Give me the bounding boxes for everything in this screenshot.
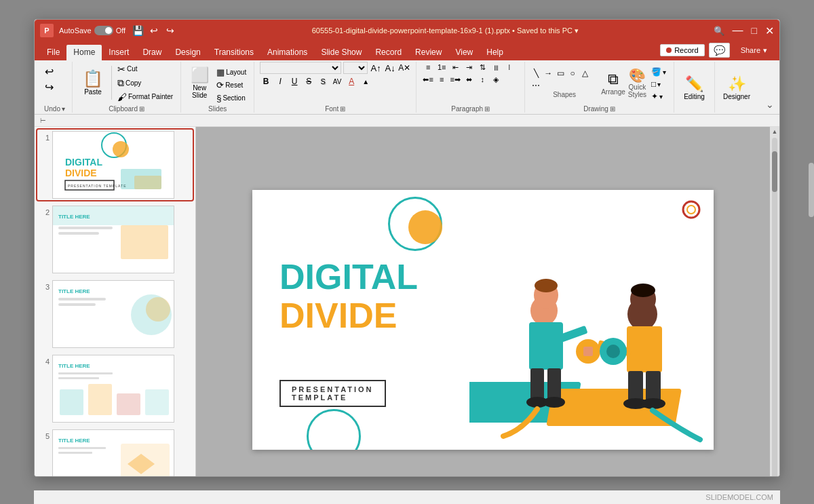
shape-triangle[interactable]: △	[579, 68, 590, 79]
tab-review[interactable]: Review	[408, 45, 448, 60]
slide-thumb-1[interactable]: 1 DIGITAL DIVIDE PRESENTATION TEMPLATE	[37, 130, 193, 200]
line-spacing-button[interactable]: ↕	[476, 74, 488, 85]
format-painter-button[interactable]: 🖌 Format Painter	[115, 91, 175, 103]
highlight-button[interactable]: ▲	[360, 75, 372, 88]
quick-styles-icon[interactable]: 🎨	[629, 67, 646, 83]
reset-button[interactable]: ⟳Reset	[214, 79, 248, 91]
increase-font-button[interactable]: A↑	[370, 62, 382, 74]
text-direction-button[interactable]: ⇅	[476, 62, 488, 73]
save-button[interactable]: 💾	[131, 24, 144, 37]
paste-button[interactable]: 📋 Paste	[78, 69, 108, 96]
bullets-button[interactable]: ≡	[422, 62, 434, 73]
svg-rect-17	[58, 298, 106, 301]
tab-draw[interactable]: Draw	[136, 45, 168, 60]
scroll-thumb[interactable]	[772, 151, 777, 192]
shape-effects-button[interactable]: ✦▾	[649, 91, 668, 102]
shape-outline-button[interactable]: □▾	[649, 79, 668, 90]
redo-button-ribbon[interactable]: ↪	[43, 80, 56, 94]
scroll-up-arrow[interactable]: ▲	[770, 127, 779, 136]
columns-button[interactable]: ⫼	[490, 62, 502, 73]
section-button[interactable]: §Section	[214, 92, 248, 104]
autosave-toggle[interactable]	[94, 26, 113, 35]
arrange-icon[interactable]: ⧉	[608, 71, 619, 88]
shape-circle[interactable]: ○	[567, 68, 578, 79]
align-left-button[interactable]: ⬅≡	[422, 74, 434, 85]
font-expand[interactable]: ⊞	[340, 105, 345, 113]
designer-button[interactable]: ✨ Designer	[720, 73, 753, 103]
main-slide-canvas[interactable]: DIGITAL DIVIDE PRESENTATION TEMPLATE	[252, 190, 714, 450]
minimize-button[interactable]: —	[733, 25, 743, 36]
decrease-font-button[interactable]: A↓	[384, 62, 396, 74]
slide-thumb-3[interactable]: 3 TITLE HERE	[37, 279, 193, 349]
italic-button[interactable]: I	[274, 75, 286, 88]
ribbon-group-drawing: ╲ → ▭ ○ △ ⋯ Shapes ⧉ Arrange	[525, 62, 674, 113]
close-button[interactable]: ✕	[765, 24, 774, 37]
shadow-button[interactable]: S	[317, 75, 329, 88]
convert-smartart-button[interactable]: ◈	[490, 74, 502, 85]
decrease-indent-button[interactable]: ⇤	[449, 62, 461, 73]
share-button[interactable]: Share ▾	[734, 44, 774, 57]
record-button[interactable]: Record	[660, 44, 704, 56]
cut-button[interactable]: ✂ Cut	[115, 63, 175, 75]
align-right-button[interactable]: ≡➡	[449, 74, 461, 85]
drawing-expand[interactable]: ⊞	[610, 105, 615, 113]
undo-expand[interactable]: ▾	[62, 105, 65, 113]
tab-record[interactable]: Record	[368, 45, 408, 60]
clear-format-button[interactable]: A✕	[398, 62, 410, 74]
search-icon[interactable]: 🔍	[714, 26, 724, 36]
scroll-track[interactable]	[772, 138, 777, 477]
clipboard-expand[interactable]: ⊞	[139, 105, 144, 113]
justify-button[interactable]: ⬌	[463, 74, 475, 85]
shape-arrow[interactable]: →	[543, 68, 554, 79]
tab-view[interactable]: View	[448, 45, 480, 60]
shape-line[interactable]: ╲	[530, 68, 541, 79]
canvas-area[interactable]: DIGITAL DIVIDE PRESENTATION TEMPLATE	[196, 127, 770, 477]
layout-button[interactable]: ▦Layout	[214, 66, 248, 78]
numbering-button[interactable]: 1≡	[435, 62, 448, 73]
copy-label: Copy	[125, 79, 141, 87]
new-slide-icon: ⬜	[191, 66, 209, 84]
tab-design[interactable]: Design	[168, 45, 207, 60]
shape-rect[interactable]: ▭	[555, 68, 566, 79]
undo-button-ribbon[interactable]: ↩	[43, 64, 56, 79]
slide-thumb-2[interactable]: 2 TITLE HERE	[37, 204, 193, 275]
tab-slideshow[interactable]: Slide Show	[314, 45, 368, 60]
tab-animations[interactable]: Animations	[260, 45, 314, 60]
slide-thumb-5[interactable]: 5 TITLE HERE	[37, 428, 193, 477]
increase-indent-button[interactable]: ⇥	[463, 62, 475, 73]
shape-fill-button[interactable]: 🪣▾	[649, 66, 668, 77]
dropdown-arrow[interactable]: ▾	[575, 26, 579, 35]
strikethrough-button[interactable]: S	[303, 75, 315, 88]
shape-more[interactable]: ⋯	[530, 80, 541, 91]
font-family-select[interactable]	[260, 62, 341, 74]
collapse-icon[interactable]: ⌄	[766, 99, 774, 110]
tab-home[interactable]: Home	[66, 45, 102, 60]
tab-file[interactable]: File	[40, 45, 66, 60]
slide-title-divide: DIVIDE	[279, 296, 418, 335]
comment-button[interactable]: 💬	[709, 43, 730, 58]
font-size-select[interactable]	[343, 62, 368, 74]
slide-thumb-4[interactable]: 4 TITLE HERE	[37, 353, 193, 424]
font-color-button[interactable]: A	[345, 75, 357, 88]
shapes-grid: ╲ → ▭ ○ △ ⋯	[530, 68, 598, 91]
bold-button[interactable]: B	[260, 75, 272, 88]
editing-button[interactable]: ✏️ Editing	[681, 73, 708, 103]
tab-help[interactable]: Help	[480, 45, 510, 60]
undo-button[interactable]: ↩	[147, 24, 161, 37]
tab-insert[interactable]: Insert	[102, 45, 136, 60]
smart-art-button[interactable]: ⁞	[503, 62, 516, 73]
paragraph-expand[interactable]: ⊞	[484, 105, 490, 113]
char-spacing-button[interactable]: AV	[331, 75, 343, 88]
ribbon-collapse[interactable]: ⌄	[763, 62, 777, 113]
svg-rect-53	[560, 326, 588, 343]
slide-subtitle-box: PRESENTATION TEMPLATE	[279, 380, 386, 407]
align-center-button[interactable]: ≡	[435, 74, 448, 85]
svg-rect-32	[58, 452, 92, 454]
new-slide-button[interactable]: ⬜ New Slide	[187, 65, 212, 100]
tab-transitions[interactable]: Transitions	[208, 45, 260, 60]
redo-button[interactable]: ↪	[163, 24, 177, 37]
drawing-controls: ╲ → ▭ ○ △ ⋯ Shapes ⧉ Arrange	[530, 62, 668, 104]
maximize-button[interactable]: □	[752, 25, 757, 36]
copy-button[interactable]: ⧉ Copy	[115, 77, 175, 90]
underline-button[interactable]: U	[288, 75, 301, 88]
